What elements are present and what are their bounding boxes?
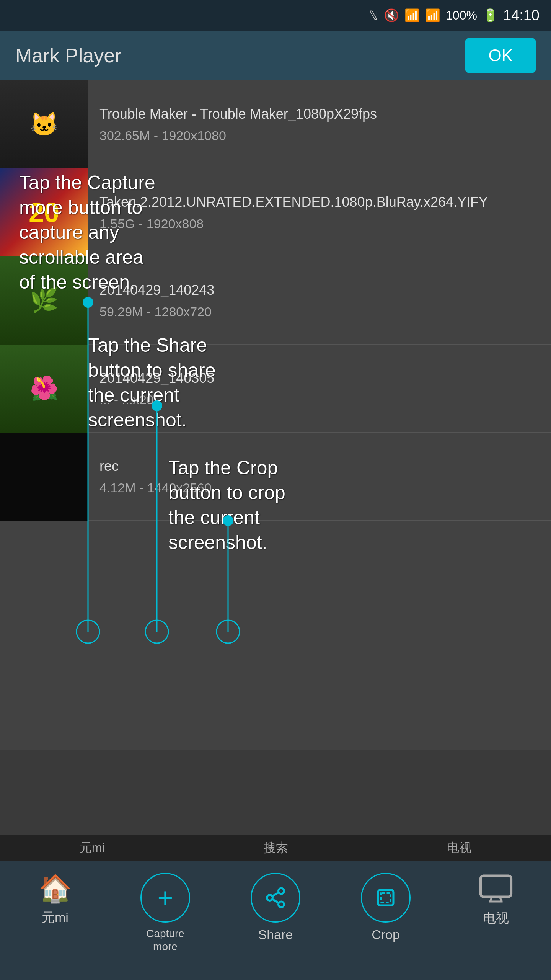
file-list: 🐱 Trouble Maker - Trouble Maker_1080pX29… (0, 80, 551, 750)
file-meta: ... - ...x20 (99, 392, 540, 407)
nav-label-share: Share (258, 927, 293, 942)
bottom-nav: 🏠 元mi + Capturemore Share (0, 861, 551, 980)
file-meta: 4.12M - 551x980 (99, 480, 540, 495)
battery-text: 100% (446, 8, 477, 23)
svg-line-13 (272, 892, 279, 896)
svg-point-10 (267, 895, 273, 901)
file-info: 20140429_140305 ... - ...x20 (88, 362, 551, 415)
page-title: Mark Player (15, 44, 121, 67)
battery-icon: 🔋 (483, 8, 498, 23)
crop-circle (361, 873, 411, 923)
home-icon: 🏠 (39, 873, 72, 904)
status-bar: ℕ 🔇 📶 📶 100% 🔋 14:10 (0, 0, 551, 31)
file-meta: 302.65M - 1920x1080 (99, 128, 540, 143)
svg-point-11 (279, 902, 284, 907)
list-item[interactable]: 20 Taken.2.2012.UNRATED.EXTENDED.1080p.B… (0, 168, 551, 256)
ok-button[interactable]: OK (465, 38, 536, 73)
chinese-item-1: 元mi (80, 840, 105, 856)
chinese-item-2: 搜索 (264, 840, 288, 856)
list-item[interactable]: 🌺 20140429_140305 ... - ...x20 (0, 345, 551, 433)
file-name: Taken.2.2012.UNRATED.EXTENDED.1080p.BluR… (99, 193, 540, 211)
clock: 14:10 (503, 7, 540, 24)
svg-point-8 (217, 620, 240, 643)
signal-icon: 📶 (425, 8, 440, 23)
svg-point-2 (77, 620, 99, 643)
thumbnail (0, 433, 88, 521)
share-circle (251, 873, 300, 923)
file-meta: 59.29M - 1280x720 (99, 304, 540, 319)
crop-icon (374, 886, 397, 909)
file-info: Trouble Maker - Trouble Maker_1080pX29fp… (88, 98, 551, 151)
nav-item-tv[interactable]: 电视 (441, 873, 551, 927)
nav-item-capture[interactable]: + Capturemore (110, 873, 220, 953)
thumbnail: 🐱 (0, 80, 88, 168)
tv-icon (479, 873, 513, 903)
nav-label-home: 元mi (42, 909, 68, 926)
list-item[interactable]: 🐱 Trouble Maker - Trouble Maker_1080pX29… (0, 80, 551, 168)
header: Mark Player OK (0, 31, 551, 80)
mute-icon: 🔇 (384, 8, 399, 23)
tv-icon-wrap (479, 873, 513, 905)
nav-label-crop: Crop (372, 927, 400, 942)
file-name: Trouble Maker - Trouble Maker_1080pX29fp… (99, 105, 540, 123)
svg-point-5 (145, 620, 168, 643)
svg-point-9 (279, 888, 284, 894)
thumbnail: 20 (0, 168, 88, 256)
chinese-bar: 元mi 搜索 电视 (0, 835, 551, 861)
nav-item-home[interactable]: 🏠 元mi (0, 873, 110, 926)
list-item[interactable]: 🌿 20140429_140243 59.29M - 1280x720 (0, 256, 551, 345)
file-name: 20140429_140243 (99, 281, 540, 299)
capture-circle: + (140, 873, 190, 923)
thumbnail: 🌺 (0, 345, 88, 433)
nav-item-crop[interactable]: Crop (331, 873, 441, 942)
file-info: 20140429_140243 59.29M - 1280x720 (88, 274, 551, 327)
share-icon (264, 886, 287, 909)
nav-item-share[interactable]: Share (220, 873, 331, 942)
nav-label-tv: 电视 (483, 910, 509, 927)
nfc-icon: ℕ (368, 8, 378, 23)
file-name: 20140429_140305 (99, 369, 540, 387)
wifi-icon: 📶 (404, 8, 420, 23)
svg-rect-15 (381, 893, 391, 903)
plus-icon: + (158, 882, 173, 913)
thumbnail: 🌿 (0, 256, 88, 345)
file-info: rec 4.12M - 551x980 (88, 450, 551, 503)
status-icons: ℕ 🔇 📶 📶 100% 🔋 14:10 (368, 7, 540, 24)
svg-line-12 (272, 899, 279, 903)
chinese-item-3: 电视 (447, 840, 471, 856)
file-name: rec (99, 457, 540, 475)
nav-label-capture: Capturemore (146, 927, 184, 953)
file-meta: 1.55G - 1920x808 (99, 216, 540, 231)
list-item[interactable]: rec 4.12M - 551x980 (0, 433, 551, 521)
file-info: Taken.2.2012.UNRATED.EXTENDED.1080p.BluR… (88, 186, 551, 239)
svg-rect-16 (481, 876, 511, 897)
